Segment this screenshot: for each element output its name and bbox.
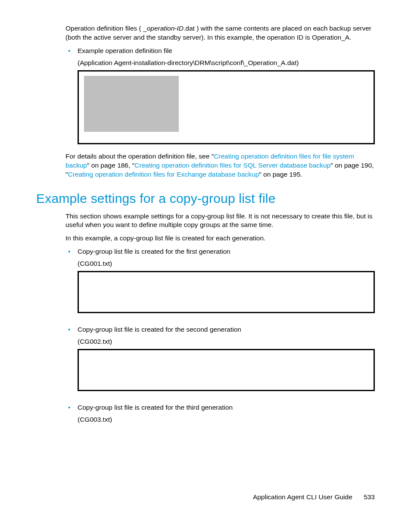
- code-box-definition: [78, 70, 375, 144]
- gen-paren-1: (CG001.txt): [78, 260, 375, 268]
- gen-list-2: Copy-group list file is created for the …: [65, 325, 375, 334]
- reference-paragraph: For details about the operation definiti…: [65, 152, 375, 179]
- section-p2: In this example, a copy-group list file …: [65, 234, 375, 243]
- section-p1: This section shows example settings for …: [65, 212, 375, 230]
- example-def-item: Example operation definition file: [65, 47, 375, 56]
- example-def-label: Example operation definition file: [78, 47, 172, 54]
- ref-t2: " on page 186, ": [87, 162, 134, 169]
- gen-list-3: Copy-group list file is created for the …: [65, 403, 375, 412]
- gen-paren-3: (CG003.txt): [78, 416, 375, 423]
- gen-item-2: Copy-group list file is created for the …: [65, 325, 375, 334]
- code-box-gen-2: [78, 349, 375, 391]
- page-footer: Application Agent CLI User Guide 533: [253, 493, 375, 501]
- page-content: Operation definition files ( _operation-…: [0, 0, 411, 423]
- grey-placeholder: [84, 76, 179, 132]
- ref-t4: " on page 195.: [259, 171, 302, 178]
- gen-paren-2: (CG002.txt): [78, 338, 375, 345]
- gen-list: Copy-group list file is created for the …: [65, 247, 375, 256]
- footer-page-number: 533: [364, 493, 375, 501]
- gen-label-2: Copy-group list file is created for the …: [78, 326, 241, 333]
- intro-before: Operation definition files ( _: [65, 25, 147, 32]
- gen-label-1: Copy-group list file is created for the …: [78, 248, 230, 255]
- gen-label-3: Copy-group list file is created for the …: [78, 404, 233, 411]
- link-exchange-backup[interactable]: Creating operation definition files for …: [68, 171, 259, 178]
- code-box-gen-1: [78, 271, 375, 313]
- ref-t1: For details about the operation definiti…: [65, 152, 214, 160]
- intro-paragraph: Operation definition files ( _operation-…: [65, 24, 375, 42]
- section-heading: Example settings for a copy-group list f…: [36, 191, 375, 206]
- intro-italic: operation-ID: [147, 25, 184, 32]
- footer-title: Application Agent CLI User Guide: [253, 493, 352, 501]
- example-def-list: Example operation definition file: [65, 47, 375, 56]
- gen-item-1: Copy-group list file is created for the …: [65, 247, 375, 256]
- link-sqlserver-backup[interactable]: Creating operation definition files for …: [134, 162, 330, 169]
- example-def-paren: (Application Agent-installation-director…: [78, 59, 375, 67]
- gen-item-3: Copy-group list file is created for the …: [65, 403, 375, 412]
